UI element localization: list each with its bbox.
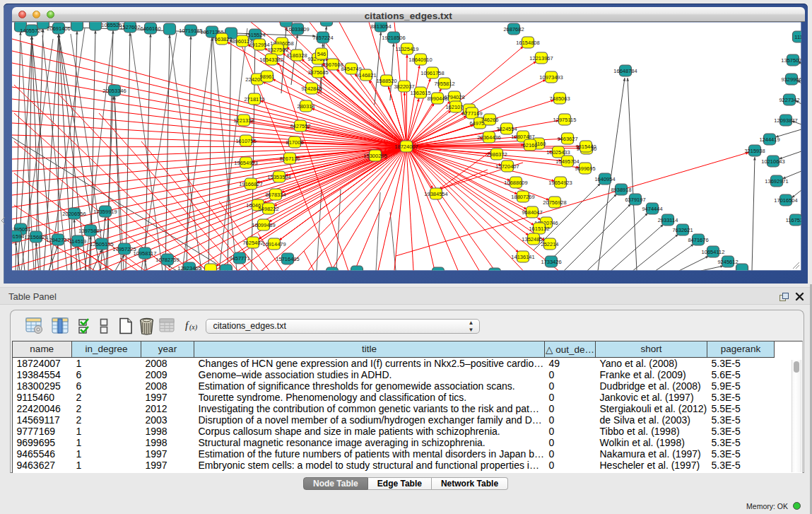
svg-text:9463627: 9463627 [557, 136, 577, 142]
svg-text:11325419: 11325419 [396, 46, 419, 52]
svg-text:8938918: 8938918 [611, 187, 631, 193]
svg-text:9327509: 9327509 [267, 47, 288, 53]
svg-text:2933114: 2933114 [658, 217, 678, 223]
svg-text:10807487: 10807487 [511, 134, 534, 140]
svg-text:7955812: 7955812 [434, 81, 454, 87]
svg-text:6379197: 6379197 [625, 197, 645, 203]
svg-text:1167534: 1167534 [786, 217, 806, 223]
svg-text:111: 111 [794, 34, 802, 40]
svg-text:15720407: 15720407 [495, 163, 519, 170]
svg-text:9227342: 9227342 [779, 97, 799, 103]
svg-text:12942737: 12942737 [46, 237, 69, 243]
svg-text:8454749: 8454749 [341, 66, 361, 72]
svg-text:8678334: 8678334 [265, 192, 286, 198]
svg-text:13692971: 13692971 [765, 178, 788, 185]
svg-text:1615132: 1615132 [529, 226, 549, 232]
svg-text:19654953: 19654953 [234, 160, 257, 166]
svg-text:3215938: 3215938 [744, 148, 765, 154]
svg-text:9242845: 9242845 [301, 86, 322, 92]
svg-text:16543382: 16543382 [259, 57, 283, 63]
svg-text:18724007: 18724007 [394, 144, 418, 150]
svg-text:13575074: 13575074 [781, 57, 804, 64]
svg-text:5498222: 5498222 [258, 206, 278, 212]
svg-text:16914479: 16914479 [262, 241, 286, 247]
svg-text:16033809: 16033809 [286, 26, 309, 33]
svg-text:9146821: 9146821 [355, 72, 376, 78]
svg-text:8471676: 8471676 [688, 237, 708, 243]
svg-text:20364436: 20364436 [477, 134, 500, 141]
svg-text:8427552: 8427552 [290, 123, 310, 129]
svg-text:9457771: 9457771 [229, 255, 249, 262]
svg-text:280314: 280314 [297, 103, 314, 110]
svg-text:19384554: 19384554 [424, 191, 447, 197]
svg-text:817006: 817006 [286, 139, 303, 146]
svg-text:7632621: 7632621 [672, 227, 693, 233]
svg-text:9777169: 9777169 [461, 110, 482, 117]
svg-text:98961: 98961 [260, 74, 275, 80]
svg-text:7663822: 7663822 [211, 36, 232, 42]
svg-text:10025433: 10025433 [546, 149, 570, 156]
svg-text:8267130: 8267130 [279, 156, 300, 162]
svg-text:15495704: 15495704 [555, 158, 579, 165]
svg-text:15716485: 15716485 [276, 256, 299, 262]
svg-text:391594: 391594 [6, 233, 24, 240]
svg-text:10719185: 10719185 [179, 28, 202, 34]
svg-text:7857224: 7857224 [312, 35, 333, 41]
svg-text:9699695: 9699695 [575, 165, 595, 172]
svg-text:1221338: 1221338 [233, 117, 254, 124]
svg-text:2986372: 2986372 [486, 151, 507, 158]
svg-text:3822037: 3822037 [394, 83, 414, 90]
svg-text:2687682: 2687682 [503, 26, 524, 33]
svg-text:19218506: 19218506 [382, 35, 405, 41]
svg-text:16782759: 16782759 [155, 257, 179, 263]
svg-text:9684047: 9684047 [522, 209, 542, 216]
svg-text:546: 546 [317, 51, 326, 57]
svg-text:252214: 252214 [541, 241, 558, 247]
svg-text:17016504: 17016504 [774, 197, 797, 204]
svg-text:18807269: 18807269 [511, 194, 534, 200]
svg-text:16154808: 16154808 [516, 40, 539, 46]
svg-text:1527602: 1527602 [119, 24, 140, 30]
svg-text:3824554: 3824554 [496, 126, 517, 132]
svg-text:9474444: 9474444 [642, 206, 662, 212]
svg-text:6794028: 6794028 [444, 94, 464, 100]
svg-text:8912954: 8912954 [249, 42, 269, 48]
svg-text:10210643: 10210643 [761, 158, 784, 165]
svg-text:17359919: 17359919 [93, 209, 117, 215]
svg-text:10654112: 10654112 [702, 249, 725, 255]
svg-text:10958117: 10958117 [134, 250, 157, 257]
svg-text:8813054: 8813054 [370, 23, 391, 30]
svg-text:3875685: 3875685 [307, 69, 328, 76]
svg-text:1733426: 1733426 [541, 259, 561, 265]
svg-text:746266: 746266 [481, 117, 498, 123]
svg-text:7485063: 7485063 [549, 95, 570, 102]
svg-text:9329906: 9329906 [781, 76, 801, 83]
svg-text:20053346: 20053346 [102, 88, 126, 94]
svg-text:12923465: 12923465 [177, 265, 201, 271]
svg-text:7625402: 7625402 [242, 240, 263, 246]
svg-text:18640910: 18640910 [408, 57, 432, 63]
svg-text:20691406: 20691406 [47, 25, 70, 32]
svg-text:15300295: 15300295 [363, 153, 387, 159]
svg-text:6466160: 6466160 [140, 25, 160, 32]
svg-text:10961758: 10961758 [420, 70, 444, 76]
svg-text:12156829: 12156829 [24, 234, 47, 240]
svg-text:20206556: 20206556 [62, 211, 86, 217]
svg-text:16099489: 16099489 [252, 222, 275, 228]
svg-text:19166827: 19166827 [239, 181, 262, 187]
svg-text:2718170: 2718170 [244, 96, 264, 103]
svg-text:8186328: 8186328 [286, 52, 307, 59]
svg-text:12975115: 12975115 [553, 117, 577, 123]
svg-text:12505135: 12505135 [90, 241, 113, 247]
svg-text:13975887: 13975887 [78, 228, 102, 234]
svg-text:9245612: 9245612 [717, 259, 738, 265]
svg-text:1244419: 1244419 [759, 136, 779, 143]
svg-text:2967608: 2967608 [322, 62, 343, 68]
svg-text:10688609: 10688609 [504, 180, 527, 186]
svg-text:1610755: 1610755 [235, 138, 256, 144]
svg-text:114519: 114519 [69, 238, 86, 245]
svg-text:15353594: 15353594 [267, 174, 290, 180]
svg-text:16648784: 16648784 [613, 68, 637, 74]
svg-text:12213967: 12213967 [529, 55, 553, 62]
svg-text:1640954: 1640954 [594, 176, 615, 182]
